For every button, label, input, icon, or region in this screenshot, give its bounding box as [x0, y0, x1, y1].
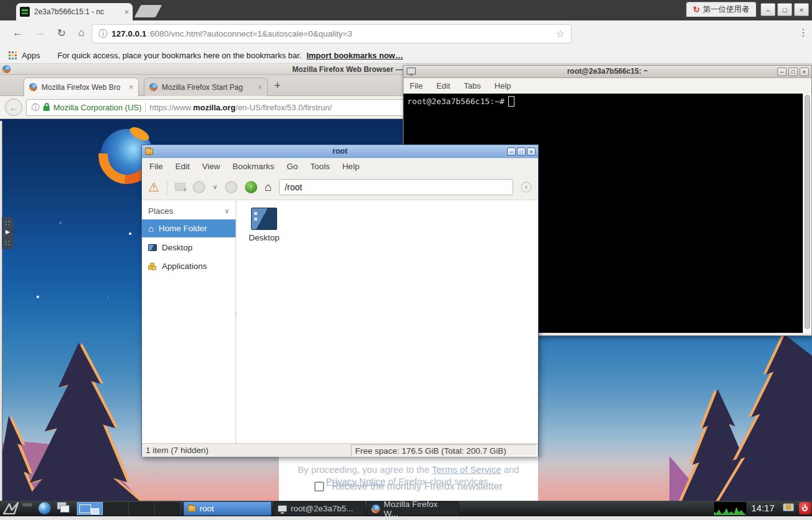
chrome-menu-icon[interactable]: ⋮ [798, 27, 808, 38]
page-left-gutter [0, 121, 2, 501]
history-chevron-icon[interactable]: ∨ [213, 183, 218, 191]
workspace-2[interactable] [103, 502, 129, 515]
import-bookmarks-link[interactable]: Import bookmarks now… [306, 51, 403, 60]
firefox-back-button[interactable]: ← [5, 99, 22, 116]
menu-file[interactable]: File [149, 162, 163, 171]
filemanager-window-controls: – □ × [507, 148, 536, 156]
maximize-button[interactable]: □ [777, 3, 792, 16]
terminal-scrollbar[interactable] [803, 94, 811, 333]
omnibox[interactable]: ⓘ 127.0.0.1 :6080/vnc.html?autoconnect=1… [92, 24, 571, 43]
menu-bookmarks[interactable]: Bookmarks [232, 162, 275, 171]
menu-help[interactable]: Help [342, 162, 360, 171]
menu-tabs[interactable]: Tabs [464, 81, 480, 90]
workspace-pager[interactable] [77, 502, 181, 515]
firefox-new-tab-icon[interactable]: + [274, 79, 281, 92]
terminal-window-controls: – □ × [777, 68, 809, 76]
reload-icon[interactable]: ↻ [57, 27, 66, 40]
taskbar-item-terminal[interactable]: root@2e3a7b5... [273, 501, 365, 516]
workspace-4[interactable] [155, 502, 181, 515]
apps-label[interactable]: Apps [22, 51, 40, 60]
lxde-menu-icon[interactable] [2, 502, 19, 514]
file-item-desktop[interactable]: Desktop [247, 208, 281, 242]
status-free-space: Free space: 176.5 GiB (Total: 200.7 GiB) [351, 444, 537, 456]
home-icon[interactable]: ⌂ [78, 27, 84, 39]
trees-right-illustration [669, 335, 812, 501]
new-tab-button[interactable] [135, 5, 162, 17]
firefox-icon [371, 505, 380, 513]
profile-button[interactable]: ↻ 第一位使用者 [686, 2, 756, 17]
file-list[interactable]: Desktop [237, 200, 538, 443]
sidebar-item-applications[interactable]: Applications [142, 257, 236, 275]
trees-left-illustration [0, 337, 155, 501]
menu-go[interactable]: Go [287, 162, 298, 171]
pane-splitter[interactable]: ⋮ [232, 313, 239, 316]
file-label: Desktop [247, 233, 281, 242]
sidebar-item-desktop[interactable]: Desktop [142, 239, 236, 257]
bookmarks-bar: Apps For quick access, place your bookma… [0, 48, 812, 64]
terms-of-service-link[interactable]: Terms of Service [432, 464, 501, 475]
newsletter-row: Receive the monthly Firefox newsletter [279, 481, 538, 492]
places-header[interactable]: Places ∨ [142, 203, 236, 219]
maximize-button[interactable]: □ [788, 68, 798, 76]
filemanager-toolbar: ⚠ ∨ ↑ ⌂ ∨ [142, 174, 538, 200]
maximize-button[interactable]: □ [517, 148, 526, 156]
screen-lock-icon[interactable] [782, 503, 796, 514]
close-button[interactable]: × [794, 3, 809, 16]
sidebar-item-home[interactable]: ⌂ Home Folder [142, 219, 236, 237]
home-icon[interactable]: ⌂ [265, 180, 271, 194]
page-info-icon[interactable]: ⓘ [99, 29, 107, 40]
newsletter-checkbox[interactable] [314, 482, 324, 491]
firefox-tab-title: Mozilla Firefox Web Bro [42, 83, 125, 92]
clock[interactable]: 14:17 [751, 503, 775, 513]
power-button[interactable] [799, 502, 811, 514]
places-sidebar: Places ∨ ⌂ Home Folder Desktop Applicati… [142, 200, 236, 443]
forward-icon[interactable] [225, 181, 237, 193]
workspace-1[interactable] [77, 502, 103, 515]
novnc-control-handle[interactable]: ▶ [2, 217, 14, 249]
window-controls: – □ × [761, 3, 809, 16]
jump-to-icon[interactable]: ∨ [521, 182, 532, 193]
chrome-tab[interactable]: 2e3a7b566c15:1 - nc × [16, 3, 133, 20]
apps-grid-icon[interactable] [9, 51, 17, 59]
minimize-button[interactable]: – [777, 68, 787, 76]
minimize-button[interactable]: – [507, 148, 516, 156]
tab-close-icon[interactable]: × [124, 8, 129, 16]
taskbar-item-filemanager[interactable]: root [183, 501, 271, 516]
tab-close-icon[interactable]: × [129, 83, 133, 92]
forward-icon[interactable]: → [35, 27, 45, 39]
web-browser-launcher-icon[interactable] [38, 502, 51, 514]
firefox-info-icon[interactable]: ⓘ [32, 102, 40, 113]
close-button[interactable]: × [527, 148, 536, 156]
url-rest: :6080/vnc.html?autoconnect=1&autoscale=0… [148, 29, 352, 38]
root-warning-icon: ⚠ [148, 180, 159, 195]
bookmark-star-icon[interactable]: ☆ [556, 28, 565, 40]
tab-close-icon[interactable]: × [258, 83, 262, 92]
identity-label[interactable]: Mozilla Corporation (US) [53, 103, 141, 112]
back-icon[interactable]: ← [12, 27, 23, 39]
star-dot [37, 296, 39, 298]
menu-edit[interactable]: Edit [175, 162, 190, 171]
terms-and: and [501, 464, 519, 475]
firefox-tab-active[interactable]: Mozilla Firefox Web Bro × [24, 77, 139, 96]
firefox-tab-inactive[interactable]: Mozilla Firefox Start Pag × [144, 77, 268, 96]
filemanager-titlebar[interactable]: root – □ × [142, 145, 538, 158]
close-button[interactable]: × [800, 68, 809, 76]
taskbar-item-firefox[interactable]: Mozilla Firefox W... [367, 501, 459, 516]
new-tab-icon[interactable] [175, 183, 185, 191]
workspace-3[interactable] [129, 502, 155, 515]
menu-file[interactable]: File [410, 81, 423, 90]
minimize-button[interactable]: – [761, 3, 775, 16]
places-label: Places [148, 206, 174, 216]
menu-tools[interactable]: Tools [311, 162, 330, 171]
scrollbar-thumb[interactable] [805, 95, 810, 329]
menu-edit[interactable]: Edit [436, 81, 450, 90]
path-input[interactable] [279, 179, 513, 195]
novnc-favicon-icon [20, 7, 30, 17]
menu-help[interactable]: Help [495, 81, 511, 90]
back-icon[interactable] [193, 181, 205, 193]
menu-view[interactable]: View [202, 162, 220, 171]
firefox-favicon-icon [29, 83, 37, 91]
chrome-toolbar: ← → ↻ ⌂ ⓘ 127.0.0.1 :6080/vnc.html?autoc… [0, 20, 812, 48]
up-directory-icon[interactable]: ↑ [245, 181, 257, 193]
terminal-titlebar[interactable]: root@2e3a7b566c15: ~ – □ × [404, 66, 811, 78]
